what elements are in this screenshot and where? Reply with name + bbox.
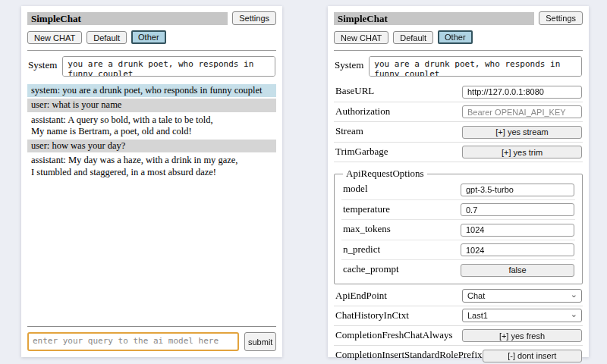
system-label: System bbox=[28, 56, 57, 71]
stream-toggle-button[interactable]: [+] yes stream bbox=[462, 126, 582, 139]
setting-row-cache-prompt: cache_prompt false bbox=[341, 260, 575, 280]
chat-panel: SimpleChat Settings New CHAT Default Oth… bbox=[21, 6, 282, 357]
completion-fresh-toggle-button[interactable]: [+] yes fresh bbox=[462, 329, 582, 342]
setting-row-model: model bbox=[341, 180, 575, 200]
api-endpoint-select[interactable]: Chat bbox=[462, 289, 582, 303]
completion-insert-prefix-toggle-button[interactable]: [-] dont insert bbox=[483, 350, 582, 362]
setting-row-chat-history: ChatHistoryInCtxt Last1 ⌄ bbox=[334, 306, 583, 326]
setting-row-trimgarbage: TrimGarbage [+] yes trim bbox=[334, 143, 583, 163]
query-bar: submit bbox=[27, 326, 276, 351]
system-prompt-row: System you are a drunk poet, who respond… bbox=[334, 56, 583, 77]
panel-header: SimpleChat Settings bbox=[27, 11, 276, 25]
query-input[interactable] bbox=[27, 332, 239, 351]
settings-button[interactable]: Settings bbox=[232, 11, 276, 25]
chat-message-assistant: assistant: My day was a haze, with a dri… bbox=[27, 154, 276, 179]
stream-label: Stream bbox=[335, 125, 363, 137]
trimgarbage-label: TrimGarbage bbox=[335, 146, 388, 158]
completion-insert-prefix-label: CompletionInsertStandardRolePrefix bbox=[335, 349, 483, 361]
stage: SimpleChat Settings New CHAT Default Oth… bbox=[0, 0, 607, 364]
api-request-options-legend: ApiRequestOptions bbox=[343, 168, 427, 180]
baseurl-input[interactable] bbox=[462, 86, 582, 99]
max-tokens-input[interactable] bbox=[461, 224, 574, 237]
chat-message-system: system: you are a drunk poet, who respon… bbox=[27, 84, 276, 97]
baseurl-label: BaseURL bbox=[335, 85, 374, 97]
setting-row-completion-fresh: CompletionFreshChatAlways [+] yes fresh bbox=[334, 326, 583, 347]
model-label: model bbox=[343, 183, 368, 195]
completion-fresh-label: CompletionFreshChatAlways bbox=[335, 329, 453, 341]
setting-row-max-tokens: max_tokens bbox=[341, 220, 575, 240]
settings-button[interactable]: Settings bbox=[539, 11, 583, 25]
setting-row-authorization: Authorization bbox=[334, 102, 583, 123]
max-tokens-label: max_tokens bbox=[343, 223, 391, 235]
panel-header: SimpleChat Settings bbox=[334, 11, 583, 25]
settings-list: BaseURL Authorization Stream [+] yes str… bbox=[334, 82, 583, 364]
divider bbox=[27, 50, 276, 51]
chat-message-user: user: how was your day? bbox=[27, 140, 276, 152]
divider bbox=[334, 50, 583, 51]
n-predict-input[interactable] bbox=[461, 243, 574, 256]
chat-history-label: ChatHistoryInCtxt bbox=[335, 309, 409, 322]
cache-prompt-toggle-button[interactable]: false bbox=[461, 264, 574, 277]
system-label: System bbox=[335, 56, 363, 71]
chat-message-list: system: you are a drunk poet, who respon… bbox=[27, 84, 276, 326]
chevron-down-icon: ⌄ bbox=[571, 309, 577, 319]
session-other-button[interactable]: Other bbox=[131, 30, 166, 44]
authorization-input[interactable] bbox=[462, 105, 582, 118]
submit-button[interactable]: submit bbox=[244, 332, 276, 351]
setting-row-completion-insert-prefix: CompletionInsertStandardRolePrefix [-] d… bbox=[334, 346, 583, 364]
model-input[interactable] bbox=[461, 184, 574, 196]
api-request-options-fieldset: ApiRequestOptions model temperature max_… bbox=[334, 168, 583, 284]
system-prompt-row: System you are a drunk poet, who respond… bbox=[27, 56, 276, 77]
authorization-label: Authorization bbox=[335, 105, 390, 118]
settings-panel: SimpleChat Settings New CHAT Default Oth… bbox=[328, 6, 589, 357]
setting-row-n-predict: n_predict bbox=[341, 240, 575, 261]
temperature-label: temperature bbox=[343, 203, 390, 215]
setting-row-api-endpoint: ApiEndPoint Chat ⌄ bbox=[334, 287, 583, 306]
session-other-button[interactable]: Other bbox=[438, 30, 473, 44]
session-default-button[interactable]: Default bbox=[393, 31, 433, 44]
trimgarbage-toggle-button[interactable]: [+] yes trim bbox=[462, 146, 582, 158]
chat-message-assistant: assistant: A query so bold, with a tale … bbox=[27, 114, 276, 139]
toolbar: New CHAT Default Other bbox=[334, 30, 583, 44]
chevron-down-icon: ⌄ bbox=[571, 290, 577, 300]
session-default-button[interactable]: Default bbox=[86, 31, 127, 44]
app-title-bar: SimpleChat bbox=[27, 12, 228, 25]
toolbar: New CHAT Default Other bbox=[27, 30, 276, 44]
cache-prompt-label: cache_prompt bbox=[343, 263, 399, 275]
chat-message-user: user: what is your name bbox=[27, 99, 276, 111]
setting-row-stream: Stream [+] yes stream bbox=[334, 122, 583, 143]
setting-row-baseurl: BaseURL bbox=[334, 82, 583, 102]
system-prompt-input[interactable]: you are a drunk poet, who responds in fu… bbox=[62, 56, 275, 77]
chat-history-in-ctxt-select[interactable]: Last1 bbox=[462, 309, 582, 322]
setting-row-temperature: temperature bbox=[341, 200, 575, 221]
system-prompt-input[interactable]: you are a drunk poet, who responds in fu… bbox=[369, 56, 582, 77]
app-title-bar: SimpleChat bbox=[334, 12, 534, 25]
n-predict-label: n_predict bbox=[343, 243, 380, 256]
temperature-input[interactable] bbox=[461, 203, 574, 216]
new-chat-button[interactable]: New CHAT bbox=[334, 31, 388, 44]
new-chat-button[interactable]: New CHAT bbox=[27, 31, 82, 44]
api-endpoint-label: ApiEndPoint bbox=[335, 290, 387, 302]
